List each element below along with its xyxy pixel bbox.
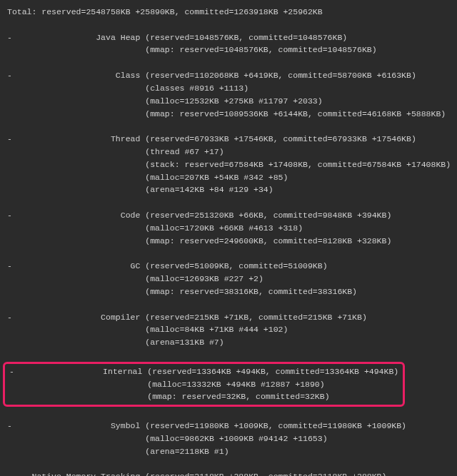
- blank-line: [7, 56, 450, 69]
- section-line: - Native Memory Tracking (reserved=2118K…: [7, 470, 450, 476]
- blank-line: [7, 407, 450, 420]
- blank-line: [7, 196, 450, 209]
- section-detail-line: (malloc=207KB +54KB #342 +85): [7, 171, 450, 184]
- section-detail-line: (classes #8916 +1113): [7, 82, 450, 95]
- blank-line: [7, 298, 450, 311]
- section-line: - GC (reserved=51009KB, committed=51009K…: [7, 260, 450, 273]
- section-detail-line: (malloc=84KB +71KB #444 +102): [7, 323, 450, 336]
- section-detail-line: (stack: reserved=67584KB +17408KB, commi…: [7, 158, 450, 171]
- section-detail-line: (mmap: reserved=38316KB, committed=38316…: [7, 285, 450, 298]
- terminal-output: Total: reserved=2548758KB +25890KB, comm…: [0, 0, 457, 476]
- section-detail-line: (malloc=1720KB +66KB #4613 +318): [7, 222, 450, 235]
- highlight-box: - Internal (reserved=13364KB +494KB, com…: [3, 362, 405, 407]
- section-detail-line: (arena=2118KB #1): [7, 445, 450, 458]
- total-line: Total: reserved=2548758KB +25890KB, comm…: [7, 6, 450, 19]
- section-line: - Code (reserved=251320KB +66KB, committ…: [7, 209, 450, 222]
- section-detail-line: (malloc=9862KB +1009KB #94142 +11653): [7, 432, 450, 445]
- section-line: - Class (reserved=1102068KB +6419KB, com…: [7, 69, 450, 82]
- section-line: - Thread (reserved=67933KB +17546KB, com…: [7, 133, 450, 146]
- section-detail-line: (malloc=12693KB #227 +2): [7, 273, 450, 285]
- blank-line: [7, 349, 450, 362]
- section-detail-line: (malloc=12532KB +275KB #11797 +2033): [7, 95, 450, 108]
- blank-line: [7, 120, 450, 133]
- blank-line: [7, 457, 450, 470]
- section-line: - Compiler (reserved=215KB +71KB, commit…: [7, 311, 450, 324]
- section-line: - Symbol (reserved=11980KB +1009KB, comm…: [7, 420, 450, 432]
- section-line: - Java Heap (reserved=1048576KB, committ…: [7, 31, 450, 44]
- section-detail-line: (thread #67 +17): [7, 146, 450, 158]
- section-line: - Internal (reserved=13364KB +494KB, com…: [9, 365, 398, 378]
- highlighted-section: - Internal (reserved=13364KB +494KB, com…: [7, 362, 450, 407]
- blank-line: [7, 247, 450, 260]
- section-detail-line: (malloc=13332KB +494KB #12887 +1890): [9, 378, 398, 391]
- section-detail-line: (mmap: reserved=249600KB, committed=8128…: [7, 235, 450, 248]
- section-detail-line: (mmap: reserved=1048576KB, committed=104…: [7, 44, 450, 56]
- section-detail-line: (mmap: reserved=32KB, committed=32KB): [9, 390, 398, 403]
- section-detail-line: (mmap: reserved=1089536KB +6144KB, commi…: [7, 108, 450, 121]
- section-detail-line: (arena=142KB +84 #129 +34): [7, 183, 450, 196]
- section-detail-line: (arena=131KB #7): [7, 336, 450, 349]
